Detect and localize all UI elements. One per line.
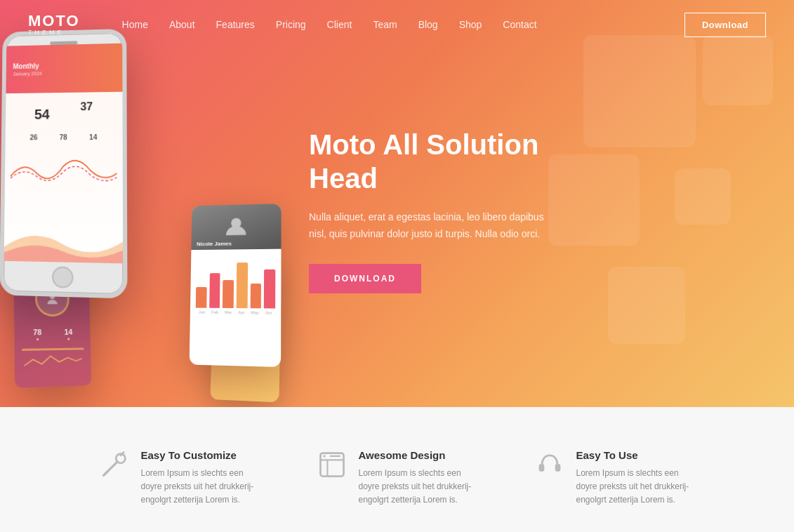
card-left-lbl2: ●	[65, 336, 73, 341]
logo-sub: THEME	[28, 29, 80, 36]
nav-link-blog[interactable]: Blog	[418, 19, 438, 30]
hero-content: Moto All Solution Head Nulla aliquet, er…	[309, 72, 604, 335]
svg-rect-11	[538, 464, 544, 472]
phone-bottom-wave-svg	[4, 218, 123, 263]
hero-download-button[interactable]: DOWNLOAD	[309, 264, 421, 293]
headphone-icon	[534, 449, 565, 480]
nav-link-shop[interactable]: Shop	[459, 19, 482, 30]
phone-screen-title: Monthly	[13, 60, 115, 70]
card-left-stats: 78 ● 14 ●	[21, 328, 84, 342]
feature-desc: Lorem Ipsum is slechts een doyre preksts…	[141, 467, 260, 507]
phone-home-button	[52, 266, 73, 288]
wrench-icon	[99, 449, 130, 480]
feature-item: Easy To UseLorem Ipsum is slechts een do…	[534, 449, 696, 507]
svg-line-4	[103, 471, 108, 476]
feature-title: Awesome Design	[359, 449, 478, 461]
deco-square-4	[675, 168, 731, 225]
phone-bottom-wave	[4, 218, 123, 263]
hero-description: Nulla aliquet, erat a egestas lacinia, l…	[309, 209, 562, 243]
card-left-num1: 78	[33, 328, 41, 336]
feature-item: Easy To CustomizeLorem Ipsum is slechts …	[99, 449, 260, 507]
phone-main: Monthly January 2024 54 37 26 78	[0, 29, 127, 299]
feature-desc: Lorem Ipsum is slechts een doyre preksts…	[576, 467, 696, 507]
bar-1	[209, 273, 220, 308]
nav-download-button[interactable]: Download	[684, 13, 766, 37]
bar-0	[196, 287, 207, 308]
card-right-body: JanFebMarAprMayJun	[190, 249, 282, 321]
phones-area: March 78 ● 14 ●	[0, 28, 295, 407]
phone-screen-sub: January 2024	[13, 69, 115, 77]
bar-chart	[196, 259, 276, 309]
navbar: MOTO THEME HomeAboutFeaturesPricingClien…	[0, 0, 794, 49]
card-left-num2: 14	[64, 328, 72, 336]
hero-section: March 78 ● 14 ●	[0, 0, 794, 407]
feature-title: Easy To Use	[576, 449, 696, 461]
phone-nums-row: 54 37	[13, 96, 116, 127]
phone-wave	[11, 152, 117, 188]
bar-label-0: Jan	[199, 310, 206, 314]
logo-name: MOTO	[28, 13, 80, 29]
feature-title: Easy To Customize	[141, 449, 260, 461]
phone-wave-svg	[11, 152, 117, 188]
phone-screen: Monthly January 2024 54 37 26 78	[4, 44, 123, 264]
design-icon	[317, 449, 348, 480]
deco-square-5	[608, 267, 685, 344]
svg-rect-12	[555, 464, 560, 472]
nav-link-contact[interactable]: Contact	[503, 19, 536, 30]
bar-label-2: Mar	[225, 310, 232, 314]
phone-content: 54 37 26 78 14	[6, 92, 123, 149]
bar-label-4: May	[251, 310, 258, 314]
phone-num-78: 78	[60, 133, 67, 141]
nav-link-home[interactable]: Home	[122, 19, 148, 30]
logo: MOTO THEME	[28, 13, 80, 36]
feature-desc: Lorem Ipsum is slechts een doyre preksts…	[359, 467, 478, 507]
bar-4	[250, 284, 261, 308]
card-left-wave-svg	[22, 352, 84, 371]
nav-link-features[interactable]: Features	[216, 19, 255, 30]
card-right-header: Nicole James	[191, 204, 281, 250]
bar-2	[223, 280, 234, 308]
bar-label-5: Jun	[265, 310, 272, 314]
phone-nums-row-2: 26 78 14	[12, 129, 115, 146]
bar-label-1: Feb	[211, 310, 218, 314]
bar-label-row: JanFebMarAprMayJun	[196, 310, 275, 315]
phone-num-26: 26	[30, 133, 38, 141]
phone-num-14: 14	[89, 133, 97, 141]
card-left-wave	[22, 347, 84, 351]
card-right-name: Nicole James	[197, 241, 232, 247]
phone-small-num: 37	[80, 100, 93, 113]
card-right: Nicole James JanFebMarAprMayJun	[190, 204, 282, 367]
feature-item: Awesome DesignLorem Ipsum is slechts een…	[317, 449, 478, 507]
hero-title: Moto All Solution Head	[309, 128, 604, 195]
nav-link-client[interactable]: Client	[327, 19, 352, 30]
nav-link-pricing[interactable]: Pricing	[276, 19, 306, 30]
bar-label-3: Apr	[238, 310, 244, 314]
features-section: Easy To CustomizeLorem Ipsum is slechts …	[0, 407, 794, 532]
bar-3	[237, 262, 248, 308]
nav-link-about[interactable]: About	[169, 19, 195, 30]
phone-screen-header: Monthly January 2024	[6, 44, 122, 94]
nav-links: HomeAboutFeaturesPricingClientTeamBlogSh…	[122, 18, 684, 31]
card-left-lbl1: ●	[33, 336, 41, 341]
feature-text: Easy To CustomizeLorem Ipsum is slechts …	[141, 449, 260, 507]
phone-big-num: 54	[34, 107, 50, 123]
feature-text: Easy To UseLorem Ipsum is slechts een do…	[576, 449, 696, 507]
nav-link-team[interactable]: Team	[373, 19, 397, 30]
feature-text: Awesome DesignLorem Ipsum is slechts een…	[359, 449, 478, 507]
bar-5	[264, 270, 275, 309]
